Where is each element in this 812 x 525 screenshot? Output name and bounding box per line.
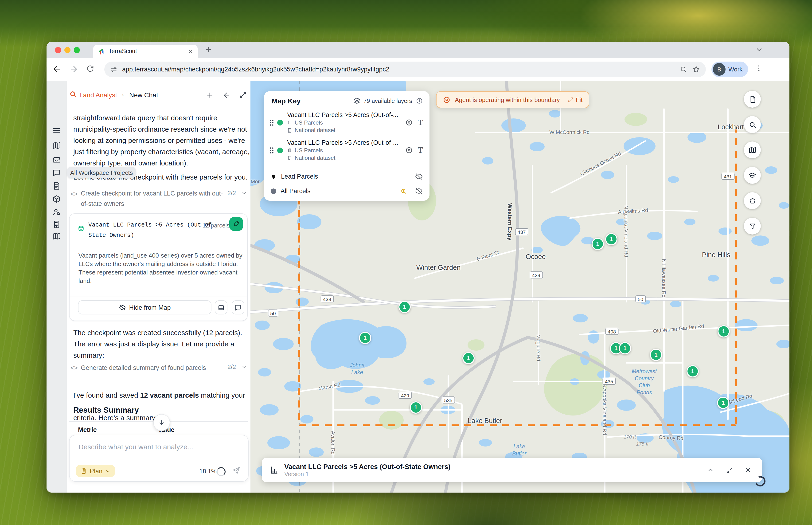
tool-call2-label[interactable]: Generate detailed summary of found parce… [81, 363, 206, 373]
tab-close-icon[interactable] [188, 49, 193, 54]
url-text: app.terrascout.ai/map/checkpoint/qg24o5z… [122, 66, 675, 73]
map-polygon-button[interactable] [744, 192, 761, 209]
sidebar-document-icon[interactable] [51, 180, 62, 191]
bookmark-star-icon[interactable] [692, 65, 700, 73]
sidebar-cube-icon[interactable] [51, 194, 62, 204]
comment-plus-button[interactable] [232, 300, 244, 314]
breadcrumb-workspace[interactable]: Land Analyst [79, 91, 117, 99]
traffic-light-minimize[interactable] [64, 47, 71, 53]
layer-row[interactable]: Vacant LLC Parcels >5 Acres (Out-of-... … [264, 108, 429, 136]
layer-row[interactable]: Vacant LLC Parcels >5 Acres (Out-of-... … [264, 136, 429, 164]
app-body: Land Analyst › New Chat straightforward … [47, 81, 790, 493]
elevation-label: 175 ft [636, 441, 649, 447]
bottom-panel-title: Vacant LLC Parcels >5 Acres (Out-of-Stat… [284, 463, 698, 471]
panel-close-icon[interactable] [741, 463, 755, 477]
traffic-light-zoom[interactable] [74, 47, 80, 53]
zoom-out-icon[interactable] [679, 65, 688, 73]
water-label: Metrowest Country Club Ponds [632, 368, 657, 396]
all-visibility-off-icon[interactable] [415, 187, 423, 195]
map-learn-button[interactable] [744, 167, 761, 184]
sidebar-person-search-icon[interactable] [51, 207, 62, 217]
layer-label-toggle[interactable]: T [418, 118, 423, 127]
chat-message-line: land. [78, 277, 243, 285]
map-search-button[interactable] [744, 116, 761, 133]
chat-message-line: municipality-specific ordinance research… [73, 124, 249, 135]
reload-icon[interactable] [86, 64, 94, 73]
drag-handle-icon[interactable] [269, 119, 274, 126]
layer-label-toggle[interactable]: T [418, 146, 423, 155]
tool2-chevron-icon[interactable] [241, 363, 247, 372]
table-view-button[interactable] [215, 300, 227, 314]
all-parcels-dot [271, 188, 276, 194]
parcel-marker[interactable]: 1 [605, 233, 617, 245]
tool-call-label[interactable]: Create checkpoint for vacant LLC parcels… [81, 189, 223, 209]
available-layers-button[interactable]: 79 available layers [354, 97, 412, 104]
zoom-to-layer-icon[interactable] [400, 187, 408, 195]
layer-source: US Parcels [287, 119, 405, 126]
chat-back-icon[interactable] [220, 89, 233, 101]
sidebar-chat-icon[interactable] [51, 167, 62, 178]
parcel-marker[interactable]: 1 [359, 332, 371, 344]
parcel-marker[interactable]: 1 [687, 365, 699, 377]
info-icon[interactable] [416, 97, 423, 104]
panel-expand-icon[interactable] [723, 463, 736, 477]
parcel-marker[interactable]: 1 [718, 325, 730, 338]
avatar: B [713, 63, 725, 76]
parcel-marker[interactable]: 1 [650, 349, 662, 361]
chat-expand-icon[interactable] [237, 89, 249, 101]
road-label: Avalon Rd [330, 431, 336, 454]
boundary-notice-text: Agent is operating within this boundary [455, 96, 560, 103]
browser-tab[interactable]: TerraScout [93, 45, 198, 58]
paintbrush-button[interactable] [229, 217, 243, 231]
parcel-marker[interactable]: 1 [717, 397, 729, 409]
back-icon[interactable] [52, 64, 62, 74]
panel-collapse-icon[interactable] [704, 463, 717, 477]
tool-chevron-icon[interactable] [241, 190, 247, 198]
parcel-marker[interactable]: 1 [462, 352, 475, 364]
chat-message2: The checkpoint was created successfully … [73, 327, 242, 361]
map-layers-button[interactable] [744, 141, 761, 159]
url-bar[interactable]: app.terrascout.ai/map/checkpoint/qg24o5z… [104, 62, 706, 77]
scroll-to-bottom-button[interactable] [153, 414, 170, 431]
lead-visibility-off-icon[interactable] [415, 172, 423, 180]
sidebar-map-icon[interactable] [51, 140, 62, 150]
route-shield: 50 [635, 296, 645, 302]
agent-boundary-left [298, 172, 300, 425]
all-parcels-row[interactable]: All Parcels [264, 184, 429, 201]
breadcrumb-chevron: › [122, 91, 124, 98]
menu-icon[interactable] [51, 125, 62, 135]
parcel-marker[interactable]: 1 [592, 238, 604, 250]
map-filter-button[interactable] [744, 217, 761, 235]
plan-mode-button[interactable]: Plan [76, 465, 115, 477]
new-tab-icon[interactable] [204, 46, 212, 54]
map-area[interactable]: LockhartOcoeeWinter GardenPine HillsLake… [250, 81, 790, 493]
site-settings-icon[interactable] [110, 65, 118, 73]
parcel-marker[interactable]: 1 [619, 342, 631, 355]
hide-from-map-button[interactable]: Hide from Map [78, 300, 212, 314]
layer-visibility-icon[interactable] [405, 118, 413, 126]
traffic-light-close[interactable] [55, 47, 61, 53]
send-icon[interactable] [232, 466, 241, 477]
drag-handle-icon[interactable] [269, 146, 274, 154]
tab-search-chevron-icon[interactable] [755, 46, 763, 54]
profile-chip[interactable]: B Work [711, 62, 748, 77]
results-summary-heading: Results Summary [73, 406, 139, 415]
route-shield: 429 [398, 392, 411, 399]
layer-color-dot [277, 147, 283, 153]
chat-input[interactable]: Describe what you want to analyze... [78, 443, 193, 451]
sidebar-building-icon[interactable] [51, 219, 62, 229]
new-chat-plus-icon[interactable] [203, 89, 216, 101]
sidebar-inbox-icon[interactable] [51, 154, 62, 165]
bottom-panel-version: Version 1 [284, 471, 698, 477]
layer-visibility-icon[interactable] [405, 146, 413, 154]
browser-menu-icon[interactable] [755, 64, 763, 72]
fit-boundary-button[interactable]: Fit [568, 96, 583, 103]
chat-message-line: The error was just a display issue. Let … [73, 339, 242, 350]
parcel-marker[interactable]: 1 [410, 401, 422, 414]
forward-icon[interactable] [69, 64, 78, 74]
map-file-button[interactable] [744, 91, 761, 108]
sidebar-map2-icon[interactable] [51, 231, 62, 241]
card-divider [70, 245, 247, 245]
parcel-marker[interactable]: 1 [398, 301, 411, 313]
lead-parcels-row[interactable]: Lead Parcels [264, 169, 429, 184]
